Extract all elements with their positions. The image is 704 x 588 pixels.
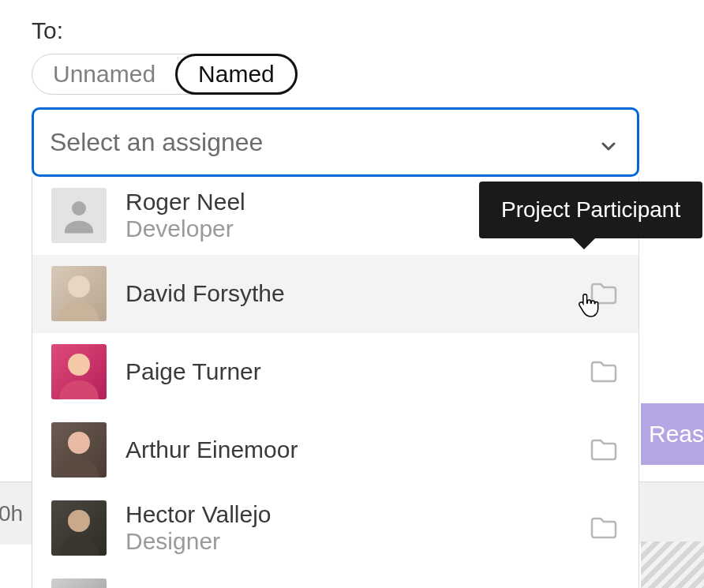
reassign-label: Reass (649, 421, 704, 448)
avatar-photo (51, 422, 107, 478)
assignee-name: Arthur Einemoor (125, 436, 569, 464)
assignee-name: David Forsythe (125, 280, 569, 308)
project-participant-icon[interactable] (588, 280, 620, 307)
reassign-button[interactable]: Reass (641, 403, 704, 465)
to-label: To: (32, 17, 639, 44)
svg-point-1 (68, 275, 90, 298)
assignee-name-block: Arthur Einemoor (125, 436, 569, 464)
assignee-name: Paige Turner (125, 358, 569, 386)
hour-label: 0h (0, 501, 23, 526)
named-unnamed-toggle: Unnamed Named (32, 54, 298, 95)
assignee-placeholder: Select an assignee (50, 128, 263, 157)
project-participant-icon[interactable] (588, 358, 620, 385)
avatar-photo (51, 500, 107, 556)
assignee-dropdown-list[interactable]: Roger NeelDeveloperDavid ForsythePaige T… (32, 177, 638, 588)
timeline-hatch (641, 541, 704, 588)
assignee-option[interactable]: Michael Lee (32, 567, 638, 588)
assignee-option[interactable]: Paige Turner (32, 333, 638, 411)
assignee-combobox: Select an assignee Roger NeelDeveloperDa… (32, 107, 639, 177)
avatar-photo (51, 266, 107, 321)
avatar-placeholder-icon (51, 188, 107, 243)
svg-point-4 (68, 510, 90, 532)
assignee-dropdown: Roger NeelDeveloperDavid ForsythePaige T… (32, 177, 639, 588)
segment-unnamed[interactable]: Unnamed (32, 54, 176, 95)
tooltip-project-participant: Project Participant (479, 182, 702, 238)
assignee-name-block: Paige Turner (125, 358, 569, 386)
svg-point-3 (68, 432, 90, 454)
svg-point-2 (68, 354, 90, 376)
assignee-option[interactable]: Hector VallejoDesigner (32, 489, 638, 567)
segment-named[interactable]: Named (175, 54, 298, 95)
assignee-option[interactable]: David Forsythe (32, 255, 638, 333)
avatar-photo (51, 344, 107, 399)
avatar-photo (51, 579, 107, 588)
assignee-option[interactable]: Arthur Einemoor (32, 411, 638, 489)
project-participant-icon[interactable] (588, 515, 620, 541)
project-participant-icon[interactable] (588, 436, 620, 463)
assignee-select-trigger[interactable]: Select an assignee (32, 107, 639, 177)
assignee-name-block: David Forsythe (125, 280, 569, 308)
assignee-role: Designer (125, 528, 569, 556)
chevron-down-icon (599, 133, 618, 152)
assignee-name: Hector Vallejo (125, 501, 569, 529)
assignee-name-block: Hector VallejoDesigner (125, 501, 569, 556)
svg-point-0 (72, 201, 86, 215)
